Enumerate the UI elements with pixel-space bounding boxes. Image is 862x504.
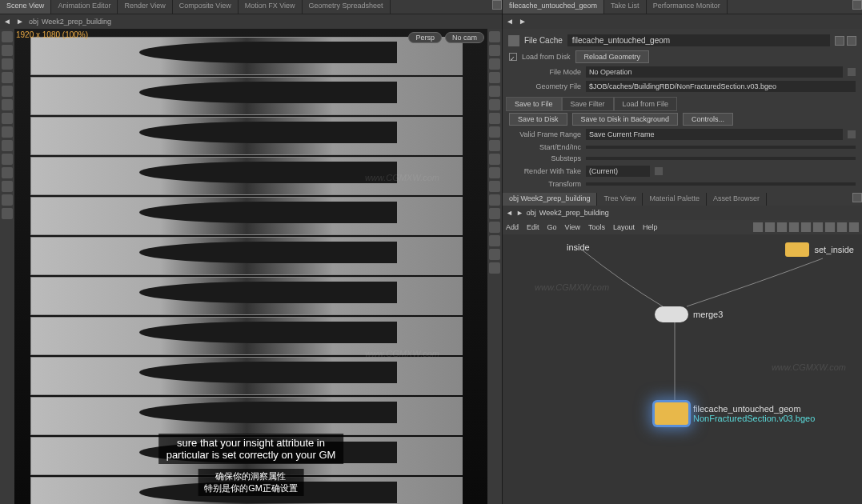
tab-scene-view[interactable]: Scene View [0,0,51,14]
render-with-take-dropdown[interactable]: (Current) [586,166,650,177]
tab-add-icon[interactable] [492,0,502,10]
menu-go[interactable]: Go [547,223,557,231]
tool-icon[interactable] [765,222,775,232]
load-from-disk-checkbox[interactable] [509,53,517,61]
path-obj[interactable]: obj [29,18,38,26]
start-end-field[interactable] [586,146,856,149]
display-icon[interactable] [489,208,500,219]
node-name-field[interactable]: filecache_untouched_geom [567,34,830,46]
display-icon[interactable] [489,126,500,138]
save-to-disk-button[interactable]: Save to Disk [509,113,567,126]
gear-icon[interactable] [835,36,844,46]
tool-icon[interactable] [813,222,823,232]
display-icon[interactable] [489,262,500,274]
display-icon[interactable] [489,167,500,178]
display-icon[interactable] [489,249,500,260]
chevron-down-icon[interactable] [655,167,663,175]
tool-icon[interactable] [2,99,13,110]
tab-motion-fx[interactable]: Motion FX View [239,0,303,14]
tab-save-to-file[interactable]: Save to File [506,97,562,111]
forward-icon[interactable]: ► [16,17,26,26]
forward-icon[interactable]: ► [519,17,528,26]
select-tool-icon[interactable] [2,31,13,42]
node-inside[interactable]: inside [567,242,590,252]
forward-icon[interactable]: ► [516,209,523,217]
substeps-field[interactable] [586,157,856,160]
display-icon[interactable] [489,86,500,97]
back-icon[interactable]: ◄ [3,17,13,26]
display-icon[interactable] [489,222,500,233]
display-icon[interactable] [489,140,500,151]
reload-geometry-button[interactable]: Reload Geometry [575,50,650,63]
display-icon[interactable] [489,31,500,42]
tool-icon[interactable] [2,167,13,178]
display-icon[interactable] [489,45,500,56]
back-icon[interactable]: ◄ [506,209,513,217]
node-filecache[interactable]: filecache_untouched_geom NonFracturedSec… [655,402,815,425]
node-set-inside[interactable]: set_inside [785,242,854,257]
tab-asset-browser[interactable]: Asset Browser [707,193,767,206]
node-merge3[interactable]: merge3 [655,306,723,322]
save-bg-button[interactable]: Save to Disk in Background [572,113,679,126]
display-icon[interactable] [489,58,500,70]
tab-tree-view[interactable]: Tree View [597,193,643,206]
tool-icon[interactable] [849,222,859,232]
chevron-down-icon[interactable] [848,130,856,138]
snap-icon[interactable] [2,194,13,206]
tool-icon[interactable] [837,222,847,232]
display-icon[interactable] [489,72,500,83]
menu-tools[interactable]: Tools [588,223,605,231]
tab-geometry-spreadsheet[interactable]: Geometry Spreadsheet [303,0,391,14]
menu-view[interactable]: View [565,223,580,231]
move-tool-icon[interactable] [2,45,13,56]
display-icon[interactable] [489,154,500,165]
tab-animation-editor[interactable]: Animation Editor [51,0,118,14]
path-obj[interactable]: obj [527,209,536,217]
geometry-file-field[interactable]: $JOB/caches/BuildingRBD/NonFracturedSect… [586,81,856,92]
tool-icon[interactable] [2,140,13,151]
tab-performance[interactable]: Performance Monitor [647,0,728,14]
tool-icon[interactable] [2,208,13,219]
tab-add-icon[interactable] [852,0,862,10]
3d-viewport[interactable]: Persp No cam www.CGMXW. [14,29,487,504]
tab-load-from-file[interactable]: Load from File [614,97,678,111]
tool-icon[interactable] [2,86,13,97]
controls-button[interactable]: Controls... [683,113,733,126]
tab-save-filter[interactable]: Save Filter [562,97,614,111]
display-icon[interactable] [489,194,500,206]
back-icon[interactable]: ◄ [506,17,515,26]
valid-frame-range-dropdown[interactable]: Save Current Frame [586,129,843,140]
menu-layout[interactable]: Layout [613,223,635,231]
display-icon[interactable] [489,113,500,124]
menu-edit[interactable]: Edit [527,223,539,231]
display-icon[interactable] [489,235,500,246]
scale-tool-icon[interactable] [2,72,13,83]
tab-take-list[interactable]: Take List [604,0,647,14]
display-icon[interactable] [489,99,500,110]
tab-add-icon[interactable] [852,193,862,202]
cam-dropdown[interactable]: No cam [445,32,484,43]
network-canvas[interactable]: inside set_inside merge3 filecache_untou… [503,234,862,504]
tool-icon[interactable] [801,222,811,232]
tool-icon[interactable] [2,126,13,138]
path-building[interactable]: Week2_prep_building [42,18,111,26]
tab-material-palette[interactable]: Material Palette [643,193,707,206]
tab-network-building[interactable]: obj Week2_prep_building [503,193,597,206]
transform-field[interactable] [586,182,856,186]
persp-dropdown[interactable]: Persp [408,32,442,43]
menu-help[interactable]: Help [643,223,658,231]
path-building[interactable]: Week2_prep_building [539,209,609,217]
rotate-tool-icon[interactable] [2,58,13,70]
tool-icon[interactable] [789,222,799,232]
tab-render-view[interactable]: Render View [118,0,172,14]
tool-icon[interactable] [2,181,13,192]
tab-composite-view[interactable]: Composite View [173,0,239,14]
tool-icon[interactable] [2,154,13,165]
help-icon[interactable] [847,36,856,46]
tool-icon[interactable] [825,222,835,232]
menu-add[interactable]: Add [506,223,519,231]
display-icon[interactable] [489,181,500,192]
tool-icon[interactable] [777,222,787,232]
tool-icon[interactable] [753,222,763,232]
file-mode-dropdown[interactable]: No Operation [586,66,843,78]
